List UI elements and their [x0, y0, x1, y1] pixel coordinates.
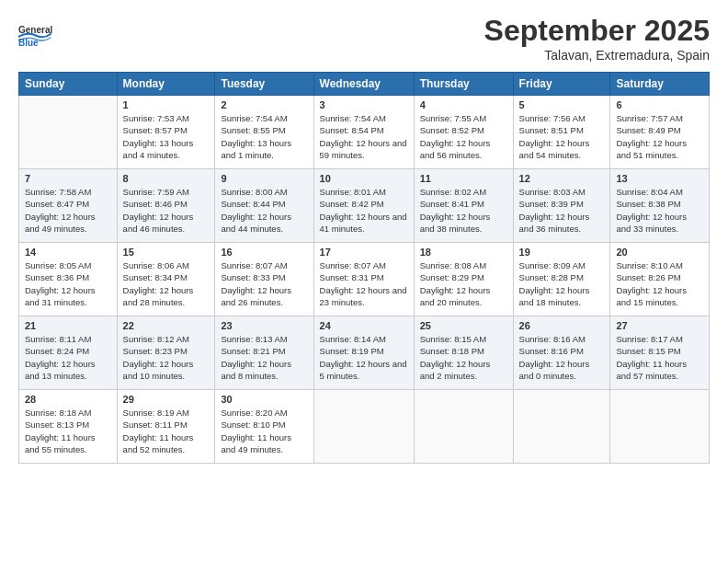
calendar-table: Sunday Monday Tuesday Wednesday Thursday…	[18, 72, 710, 464]
page: General Blue September 2025 Talavan, Ext…	[0, 0, 728, 563]
subtitle: Talavan, Extremadura, Spain	[484, 48, 710, 63]
day-number: 10	[320, 173, 408, 184]
day-number: 27	[616, 320, 703, 331]
calendar-week-row: 14 Sunrise: 8:05 AMSunset: 8:36 PMDaylig…	[19, 243, 710, 316]
day-number: 8	[123, 173, 210, 184]
table-row: 25 Sunrise: 8:15 AMSunset: 8:18 PMDaylig…	[414, 316, 513, 390]
day-number: 20	[616, 247, 703, 258]
title-block: September 2025 Talavan, Extremadura, Spa…	[484, 14, 710, 63]
day-number: 3	[320, 99, 408, 110]
table-row: 1 Sunrise: 7:53 AMSunset: 8:57 PMDayligh…	[117, 96, 215, 169]
day-number: 25	[420, 320, 507, 331]
day-info: Sunrise: 8:15 AMSunset: 8:18 PMDaylight:…	[420, 334, 491, 381]
day-info: Sunrise: 8:08 AMSunset: 8:29 PMDaylight:…	[420, 260, 491, 307]
table-row: 7 Sunrise: 7:58 AMSunset: 8:47 PMDayligh…	[19, 169, 118, 243]
day-number: 24	[320, 320, 408, 331]
day-info: Sunrise: 8:19 AMSunset: 8:11 PMDaylight:…	[123, 408, 194, 454]
col-monday: Monday	[117, 73, 215, 96]
day-info: Sunrise: 8:17 AMSunset: 8:15 PMDaylight:…	[616, 334, 687, 381]
day-info: Sunrise: 8:14 AMSunset: 8:19 PMDaylight:…	[320, 334, 407, 381]
table-row: 14 Sunrise: 8:05 AMSunset: 8:36 PMDaylig…	[19, 243, 118, 316]
table-row: 16 Sunrise: 8:07 AMSunset: 8:33 PMDaylig…	[215, 243, 313, 316]
day-number: 21	[25, 320, 111, 331]
col-sunday: Sunday	[19, 73, 118, 96]
svg-text:Blue: Blue	[18, 38, 39, 48]
day-info: Sunrise: 8:01 AMSunset: 8:42 PMDaylight:…	[320, 187, 407, 234]
table-row: 13 Sunrise: 8:04 AMSunset: 8:38 PMDaylig…	[610, 169, 710, 243]
calendar-header-row: Sunday Monday Tuesday Wednesday Thursday…	[19, 73, 710, 96]
header: General Blue September 2025 Talavan, Ext…	[18, 14, 710, 63]
day-info: Sunrise: 8:20 AMSunset: 8:10 PMDaylight:…	[221, 408, 291, 454]
month-title: September 2025	[484, 14, 710, 48]
day-number: 7	[25, 173, 111, 184]
table-row: 3 Sunrise: 7:54 AMSunset: 8:54 PMDayligh…	[313, 96, 414, 169]
day-info: Sunrise: 8:12 AMSunset: 8:23 PMDaylight:…	[123, 334, 194, 381]
day-info: Sunrise: 8:05 AMSunset: 8:36 PMDaylight:…	[25, 260, 96, 307]
table-row: 26 Sunrise: 8:16 AMSunset: 8:16 PMDaylig…	[513, 316, 610, 390]
day-number: 13	[616, 173, 703, 184]
table-row: 28 Sunrise: 8:18 AMSunset: 8:13 PMDaylig…	[19, 390, 118, 464]
table-row: 18 Sunrise: 8:08 AMSunset: 8:29 PMDaylig…	[414, 243, 513, 316]
day-number: 19	[519, 247, 605, 258]
day-info: Sunrise: 8:00 AMSunset: 8:44 PMDaylight:…	[221, 187, 291, 234]
day-number: 23	[221, 320, 307, 331]
day-number: 1	[123, 99, 210, 110]
day-info: Sunrise: 8:11 AMSunset: 8:24 PMDaylight:…	[25, 334, 96, 381]
day-number: 9	[221, 173, 307, 184]
table-row: 8 Sunrise: 7:59 AMSunset: 8:46 PMDayligh…	[117, 169, 215, 243]
table-row: 22 Sunrise: 8:12 AMSunset: 8:23 PMDaylig…	[117, 316, 215, 390]
day-info: Sunrise: 8:18 AMSunset: 8:13 PMDaylight:…	[25, 408, 96, 454]
day-info: Sunrise: 8:16 AMSunset: 8:16 PMDaylight:…	[519, 334, 590, 381]
day-number: 14	[25, 247, 111, 258]
table-row: 2 Sunrise: 7:54 AMSunset: 8:55 PMDayligh…	[215, 96, 313, 169]
day-info: Sunrise: 7:59 AMSunset: 8:46 PMDaylight:…	[123, 187, 194, 234]
day-info: Sunrise: 8:07 AMSunset: 8:33 PMDaylight:…	[221, 260, 291, 307]
table-row	[610, 390, 710, 464]
day-number: 30	[221, 394, 307, 405]
table-row: 19 Sunrise: 8:09 AMSunset: 8:28 PMDaylig…	[513, 243, 610, 316]
day-number: 15	[123, 247, 210, 258]
day-info: Sunrise: 7:56 AMSunset: 8:51 PMDaylight:…	[519, 113, 590, 160]
table-row	[414, 390, 513, 464]
day-number: 4	[420, 99, 507, 110]
day-number: 26	[519, 320, 605, 331]
table-row: 6 Sunrise: 7:57 AMSunset: 8:49 PMDayligh…	[610, 96, 710, 169]
day-number: 16	[221, 247, 307, 258]
day-number: 5	[519, 99, 605, 110]
logo-svg: General Blue	[18, 14, 60, 55]
day-info: Sunrise: 8:04 AMSunset: 8:38 PMDaylight:…	[616, 187, 687, 234]
table-row: 30 Sunrise: 8:20 AMSunset: 8:10 PMDaylig…	[215, 390, 313, 464]
table-row: 29 Sunrise: 8:19 AMSunset: 8:11 PMDaylig…	[117, 390, 215, 464]
table-row: 4 Sunrise: 7:55 AMSunset: 8:52 PMDayligh…	[414, 96, 513, 169]
col-tuesday: Tuesday	[215, 73, 313, 96]
day-info: Sunrise: 8:09 AMSunset: 8:28 PMDaylight:…	[519, 260, 590, 307]
col-wednesday: Wednesday	[313, 73, 414, 96]
day-info: Sunrise: 7:54 AMSunset: 8:55 PMDaylight:…	[221, 113, 291, 160]
day-info: Sunrise: 8:13 AMSunset: 8:21 PMDaylight:…	[221, 334, 291, 381]
table-row: 11 Sunrise: 8:02 AMSunset: 8:41 PMDaylig…	[414, 169, 513, 243]
table-row: 9 Sunrise: 8:00 AMSunset: 8:44 PMDayligh…	[215, 169, 313, 243]
day-info: Sunrise: 8:10 AMSunset: 8:26 PMDaylight:…	[616, 260, 687, 307]
day-info: Sunrise: 7:54 AMSunset: 8:54 PMDaylight:…	[320, 113, 407, 160]
table-row: 17 Sunrise: 8:07 AMSunset: 8:31 PMDaylig…	[313, 243, 414, 316]
calendar-week-row: 7 Sunrise: 7:58 AMSunset: 8:47 PMDayligh…	[19, 169, 710, 243]
table-row: 21 Sunrise: 8:11 AMSunset: 8:24 PMDaylig…	[19, 316, 118, 390]
col-thursday: Thursday	[414, 73, 513, 96]
col-saturday: Saturday	[610, 73, 710, 96]
calendar-week-row: 1 Sunrise: 7:53 AMSunset: 8:57 PMDayligh…	[19, 96, 710, 169]
day-info: Sunrise: 8:03 AMSunset: 8:39 PMDaylight:…	[519, 187, 590, 234]
logo: General Blue	[18, 14, 60, 55]
day-info: Sunrise: 7:57 AMSunset: 8:49 PMDaylight:…	[616, 113, 687, 160]
table-row: 5 Sunrise: 7:56 AMSunset: 8:51 PMDayligh…	[513, 96, 610, 169]
day-info: Sunrise: 7:53 AMSunset: 8:57 PMDaylight:…	[123, 113, 194, 160]
calendar-week-row: 28 Sunrise: 8:18 AMSunset: 8:13 PMDaylig…	[19, 390, 710, 464]
day-number: 11	[420, 173, 507, 184]
day-number: 2	[221, 99, 307, 110]
table-row: 27 Sunrise: 8:17 AMSunset: 8:15 PMDaylig…	[610, 316, 710, 390]
svg-text:General: General	[18, 25, 52, 35]
table-row	[19, 96, 118, 169]
col-friday: Friday	[513, 73, 610, 96]
day-info: Sunrise: 7:55 AMSunset: 8:52 PMDaylight:…	[420, 113, 491, 160]
table-row: 15 Sunrise: 8:06 AMSunset: 8:34 PMDaylig…	[117, 243, 215, 316]
table-row: 24 Sunrise: 8:14 AMSunset: 8:19 PMDaylig…	[313, 316, 414, 390]
